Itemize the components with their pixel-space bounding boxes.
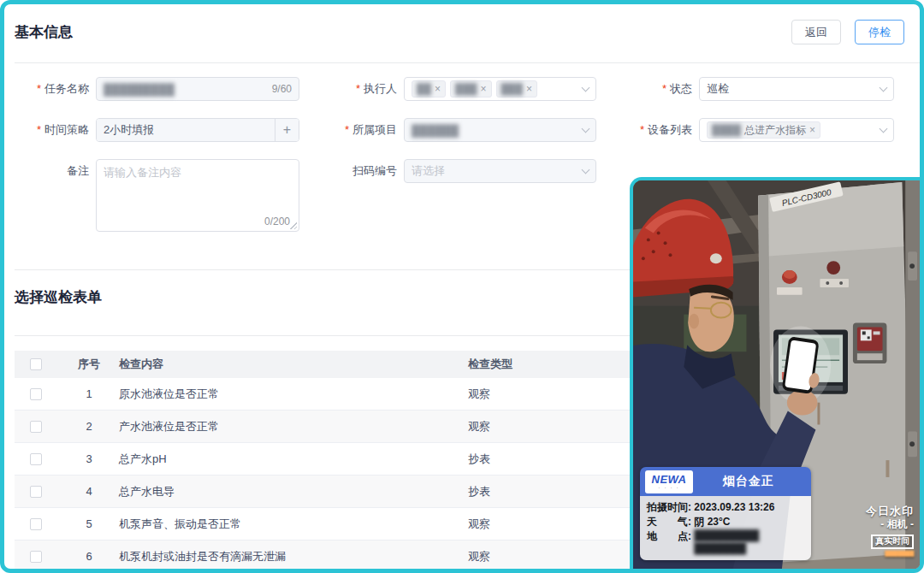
field-status: 状态 巡检 [616, 77, 894, 101]
chevron-down-icon [582, 124, 590, 133]
field-remark: 备注 请输入备注内容 0/200 [13, 159, 299, 232]
shoot-time-label: 拍摄时间: [647, 500, 691, 515]
chevron-down-icon [582, 165, 590, 174]
device-tag-text: 总进产水指标 [744, 121, 806, 139]
remark-placeholder: 请输入备注内容 [104, 165, 181, 180]
project-select[interactable]: ██████ [404, 118, 596, 142]
field-device-list: 设备列表 ████ 总进产水指标 × [616, 118, 894, 142]
row-content: 原水池液位是否正常 [119, 387, 468, 402]
project-label: 所属项目 [325, 118, 404, 142]
field-task-name: 任务名称 █████████ 9/60 [13, 77, 299, 101]
field-scan-code: 扫码编号 请选择 [325, 159, 596, 183]
plus-icon: + [283, 122, 291, 138]
row-content: 总产水pH [119, 452, 468, 467]
panel-header: 基本信息 返回 停检 [15, 20, 904, 44]
row-checkbox[interactable] [30, 421, 42, 433]
table-section-title: 选择巡检表单 [15, 287, 102, 307]
status-value: 巡检 [707, 81, 729, 97]
status-label: 状态 [616, 77, 699, 101]
stop-inspection-button[interactable]: 停检 [855, 20, 904, 44]
time-strategy-label: 时间策略 [13, 118, 96, 142]
row-no: 4 [59, 485, 119, 498]
screenshot-stage: 基本信息 返回 停检 任务名称 █████████ 9/60 执行人 ██ × [0, 0, 924, 573]
chevron-down-icon [880, 83, 888, 92]
anti-fake-code: █████████ [866, 551, 914, 558]
executor-tag-name: ██ [417, 80, 431, 97]
row-checkbox[interactable] [30, 518, 42, 530]
device-list-select[interactable]: ████ 总进产水指标 × [699, 118, 894, 142]
task-name-value: █████████ [104, 83, 175, 96]
row-checkbox[interactable] [30, 486, 42, 498]
weather-label: 天 气: [647, 515, 691, 529]
field-time-strategy: 时间策略 2小时填报 + [13, 118, 299, 142]
task-name-counter: 9/60 [272, 83, 292, 95]
row-checkbox[interactable] [30, 388, 42, 400]
device-tag-masked: ████ [712, 121, 741, 139]
field-executor: 执行人 ██ × ███ × ███ × [325, 77, 596, 101]
resize-handle[interactable] [289, 222, 297, 229]
executor-tag-name: ███ [501, 80, 524, 97]
row-content: 机泵机封或油封是否有滴漏无泄漏 [119, 549, 468, 564]
divider [15, 62, 920, 63]
main-panel: 基本信息 返回 停检 任务名称 █████████ 9/60 执行人 ██ × [0, 0, 924, 573]
page-title: 基本信息 [15, 22, 73, 42]
location-masked-line: ████████ [694, 542, 758, 555]
newa-logo-tagline: · · · · [659, 486, 680, 490]
row-no: 3 [59, 452, 119, 465]
inspection-photo: PLC-CD3000 [630, 177, 920, 569]
chevron-down-icon [880, 124, 888, 133]
col-header-content: 检查内容 [119, 357, 468, 372]
remove-tag-icon[interactable]: × [809, 121, 815, 139]
remove-tag-icon[interactable]: × [435, 80, 441, 97]
row-checkbox[interactable] [30, 453, 42, 465]
device-list-label: 设备列表 [616, 118, 699, 142]
device-tag: ████ 总进产水指标 × [707, 121, 820, 139]
newa-logo-text: NEWA [652, 474, 687, 485]
executor-tag-name: ███ [455, 80, 477, 97]
shoot-time-value: 2023.09.23 13:26 [694, 500, 774, 515]
row-no: 2 [59, 420, 119, 433]
back-button[interactable]: 返回 [791, 20, 841, 44]
col-header-no: 序号 [59, 357, 119, 372]
location-label: 地 点: [647, 529, 691, 555]
remark-label: 备注 [13, 159, 96, 183]
camera-app-watermark: 今日水印 - 相机 - 真实时间 █████████ [866, 505, 914, 557]
location-value: ██████████████████ [694, 529, 758, 555]
location-masked-line: ██████████ [694, 529, 758, 542]
executor-label: 执行人 [325, 77, 404, 101]
task-name-label: 任务名称 [13, 77, 96, 101]
time-strategy-value[interactable]: 2小时填报 [97, 119, 275, 141]
row-no: 6 [59, 550, 119, 563]
row-content: 总产水电导 [119, 484, 468, 499]
status-select[interactable]: 巡检 [699, 77, 894, 101]
executor-tag: ███ × [496, 80, 538, 97]
row-checkbox[interactable] [30, 551, 42, 563]
row-no: 5 [59, 517, 119, 530]
executor-tag: ██ × [412, 80, 446, 97]
executor-tag: ███ × [450, 80, 492, 97]
time-strategy-input-group: 2小时填报 + [96, 118, 299, 142]
chevron-down-icon [582, 83, 590, 92]
watermark-body: 拍摄时间: 2023.09.23 13:26 天 气: 阴 23°C 地 点: … [640, 496, 811, 560]
scan-code-select[interactable]: 请选择 [404, 159, 596, 183]
task-name-input[interactable]: █████████ 9/60 [96, 77, 299, 101]
remark-counter: 0/200 [264, 216, 290, 227]
project-value: ██████ [412, 124, 459, 137]
side-watermark-line2: - 相机 - [866, 518, 914, 531]
watermark-card: NEWA · · · · 烟台金正 拍摄时间: 2023.09.23 13:26… [640, 467, 811, 560]
remove-tag-icon[interactable]: × [481, 80, 487, 97]
row-content: 产水池液位是否正常 [119, 419, 468, 434]
select-all-checkbox[interactable] [30, 358, 42, 370]
side-watermark-line1: 今日水印 [866, 505, 914, 518]
remark-textarea[interactable]: 请输入备注内容 0/200 [96, 159, 299, 232]
row-content: 机泵声音、振动是否正常 [119, 517, 468, 532]
executor-select[interactable]: ██ × ███ × ███ × [404, 77, 596, 101]
remove-tag-icon[interactable]: × [526, 80, 532, 97]
watermark-header: NEWA · · · · 烟台金正 [640, 467, 811, 496]
real-time-badge: 真实时间 [871, 535, 914, 549]
watermark-company: 烟台金正 [693, 474, 804, 489]
add-strategy-button[interactable]: + [275, 119, 299, 141]
row-no: 1 [59, 387, 119, 400]
scan-code-label: 扫码编号 [325, 159, 404, 183]
newa-logo: NEWA · · · · [645, 470, 693, 493]
